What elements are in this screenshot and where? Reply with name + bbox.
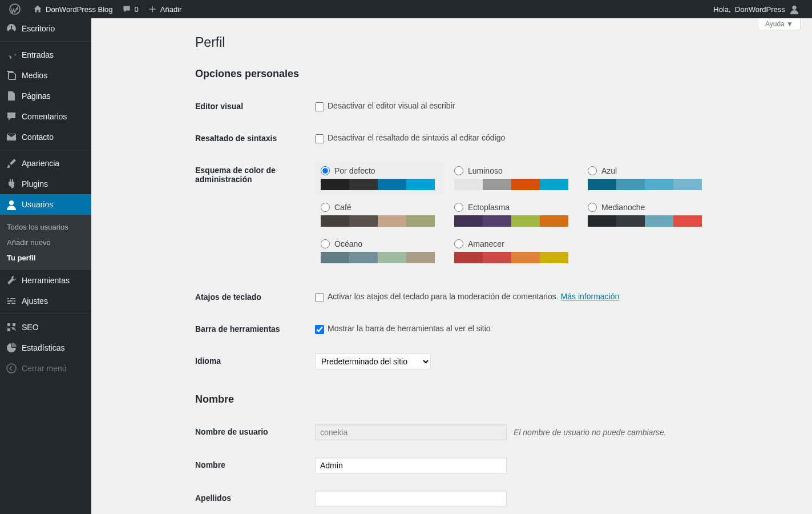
add-new-link[interactable]: Añadir bbox=[143, 0, 187, 18]
comment-count: 0 bbox=[135, 5, 139, 14]
svg-point-1 bbox=[792, 6, 796, 10]
avatar-icon bbox=[789, 4, 799, 14]
comments-link[interactable]: 0 bbox=[118, 0, 143, 18]
site-name-link[interactable]: DonWordPress Blog bbox=[29, 0, 118, 18]
add-new-label: Añadir bbox=[160, 5, 182, 14]
wp-logo[interactable] bbox=[5, 0, 29, 18]
site-name: DonWordPress Blog bbox=[46, 5, 113, 14]
my-account[interactable]: Hola, DonWordPress bbox=[709, 0, 807, 18]
display-name: DonWordPress bbox=[735, 5, 785, 14]
greeting: Hola, bbox=[713, 5, 730, 14]
